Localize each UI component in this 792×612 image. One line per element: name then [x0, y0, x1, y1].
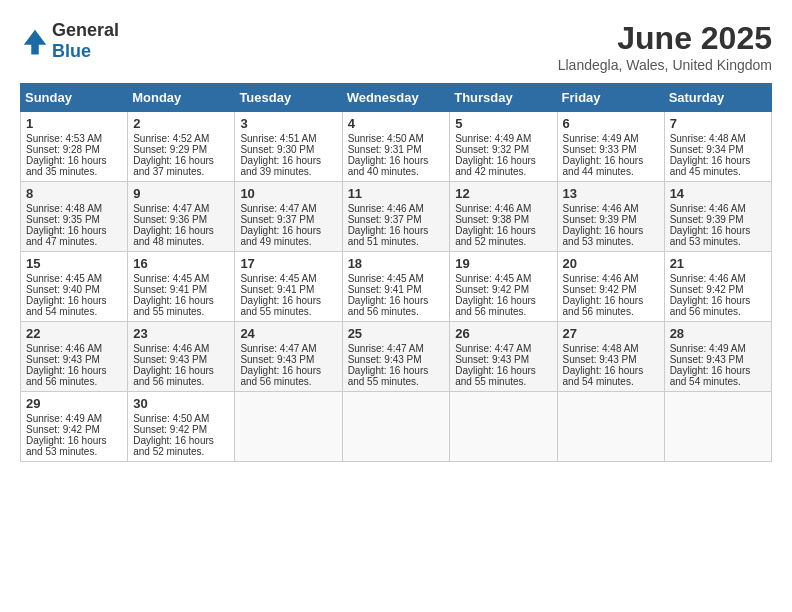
- sunset-label: Sunset: 9:43 PM: [240, 354, 314, 365]
- day-cell-5: 5 Sunrise: 4:49 AM Sunset: 9:32 PM Dayli…: [450, 112, 557, 182]
- sunrise-label: Sunrise: 4:47 AM: [133, 203, 209, 214]
- day-number: 5: [455, 116, 551, 131]
- day-number: 10: [240, 186, 336, 201]
- day-cell-21: 21 Sunrise: 4:46 AM Sunset: 9:42 PM Dayl…: [664, 252, 771, 322]
- sunrise-label: Sunrise: 4:49 AM: [563, 133, 639, 144]
- sunrise-label: Sunrise: 4:48 AM: [563, 343, 639, 354]
- day-cell-7: 7 Sunrise: 4:48 AM Sunset: 9:34 PM Dayli…: [664, 112, 771, 182]
- daylight-label: Daylight: 16 hours and 45 minutes.: [670, 155, 751, 177]
- daylight-label: Daylight: 16 hours and 56 minutes.: [240, 365, 321, 387]
- sunrise-label: Sunrise: 4:46 AM: [670, 203, 746, 214]
- day-number: 2: [133, 116, 229, 131]
- month-title: June 2025: [558, 20, 772, 57]
- sunrise-label: Sunrise: 4:46 AM: [563, 273, 639, 284]
- day-number: 24: [240, 326, 336, 341]
- logo-blue: Blue: [52, 41, 91, 61]
- sunrise-label: Sunrise: 4:51 AM: [240, 133, 316, 144]
- day-cell-13: 13 Sunrise: 4:46 AM Sunset: 9:39 PM Dayl…: [557, 182, 664, 252]
- daylight-label: Daylight: 16 hours and 51 minutes.: [348, 225, 429, 247]
- empty-cell: [557, 392, 664, 462]
- day-cell-24: 24 Sunrise: 4:47 AM Sunset: 9:43 PM Dayl…: [235, 322, 342, 392]
- header-thursday: Thursday: [450, 84, 557, 112]
- empty-cell: [235, 392, 342, 462]
- daylight-label: Daylight: 16 hours and 56 minutes.: [563, 295, 644, 317]
- sunset-label: Sunset: 9:37 PM: [240, 214, 314, 225]
- calendar-table: Sunday Monday Tuesday Wednesday Thursday…: [20, 83, 772, 462]
- sunset-label: Sunset: 9:42 PM: [26, 424, 100, 435]
- day-number: 23: [133, 326, 229, 341]
- sunset-label: Sunset: 9:30 PM: [240, 144, 314, 155]
- daylight-label: Daylight: 16 hours and 56 minutes.: [670, 295, 751, 317]
- header-saturday: Saturday: [664, 84, 771, 112]
- sunrise-label: Sunrise: 4:50 AM: [133, 413, 209, 424]
- daylight-label: Daylight: 16 hours and 56 minutes.: [348, 295, 429, 317]
- day-number: 26: [455, 326, 551, 341]
- header-tuesday: Tuesday: [235, 84, 342, 112]
- weekday-header-row: Sunday Monday Tuesday Wednesday Thursday…: [21, 84, 772, 112]
- sunrise-label: Sunrise: 4:48 AM: [670, 133, 746, 144]
- calendar-week: 8 Sunrise: 4:48 AM Sunset: 9:35 PM Dayli…: [21, 182, 772, 252]
- day-number: 27: [563, 326, 659, 341]
- sunrise-label: Sunrise: 4:45 AM: [133, 273, 209, 284]
- sunset-label: Sunset: 9:40 PM: [26, 284, 100, 295]
- day-cell-18: 18 Sunrise: 4:45 AM Sunset: 9:41 PM Dayl…: [342, 252, 450, 322]
- daylight-label: Daylight: 16 hours and 55 minutes.: [455, 365, 536, 387]
- sunrise-label: Sunrise: 4:49 AM: [26, 413, 102, 424]
- daylight-label: Daylight: 16 hours and 44 minutes.: [563, 155, 644, 177]
- daylight-label: Daylight: 16 hours and 53 minutes.: [26, 435, 107, 457]
- calendar-week: 22 Sunrise: 4:46 AM Sunset: 9:43 PM Dayl…: [21, 322, 772, 392]
- day-cell-30: 30 Sunrise: 4:50 AM Sunset: 9:42 PM Dayl…: [128, 392, 235, 462]
- sunrise-label: Sunrise: 4:46 AM: [455, 203, 531, 214]
- sunset-label: Sunset: 9:39 PM: [670, 214, 744, 225]
- day-number: 18: [348, 256, 445, 271]
- sunrise-label: Sunrise: 4:49 AM: [670, 343, 746, 354]
- day-cell-19: 19 Sunrise: 4:45 AM Sunset: 9:42 PM Dayl…: [450, 252, 557, 322]
- sunset-label: Sunset: 9:29 PM: [133, 144, 207, 155]
- empty-cell: [342, 392, 450, 462]
- day-number: 17: [240, 256, 336, 271]
- day-cell-6: 6 Sunrise: 4:49 AM Sunset: 9:33 PM Dayli…: [557, 112, 664, 182]
- sunset-label: Sunset: 9:42 PM: [455, 284, 529, 295]
- day-cell-16: 16 Sunrise: 4:45 AM Sunset: 9:41 PM Dayl…: [128, 252, 235, 322]
- day-number: 6: [563, 116, 659, 131]
- day-number: 21: [670, 256, 766, 271]
- day-cell-12: 12 Sunrise: 4:46 AM Sunset: 9:38 PM Dayl…: [450, 182, 557, 252]
- day-cell-17: 17 Sunrise: 4:45 AM Sunset: 9:41 PM Dayl…: [235, 252, 342, 322]
- day-number: 20: [563, 256, 659, 271]
- day-number: 8: [26, 186, 122, 201]
- header-wednesday: Wednesday: [342, 84, 450, 112]
- day-cell-25: 25 Sunrise: 4:47 AM Sunset: 9:43 PM Dayl…: [342, 322, 450, 392]
- daylight-label: Daylight: 16 hours and 48 minutes.: [133, 225, 214, 247]
- day-number: 9: [133, 186, 229, 201]
- header-monday: Monday: [128, 84, 235, 112]
- sunset-label: Sunset: 9:35 PM: [26, 214, 100, 225]
- day-number: 12: [455, 186, 551, 201]
- sunset-label: Sunset: 9:43 PM: [670, 354, 744, 365]
- day-number: 13: [563, 186, 659, 201]
- sunset-label: Sunset: 9:43 PM: [133, 354, 207, 365]
- day-cell-11: 11 Sunrise: 4:46 AM Sunset: 9:37 PM Dayl…: [342, 182, 450, 252]
- day-number: 1: [26, 116, 122, 131]
- day-cell-26: 26 Sunrise: 4:47 AM Sunset: 9:43 PM Dayl…: [450, 322, 557, 392]
- sunset-label: Sunset: 9:43 PM: [563, 354, 637, 365]
- sunrise-label: Sunrise: 4:45 AM: [455, 273, 531, 284]
- daylight-label: Daylight: 16 hours and 56 minutes.: [133, 365, 214, 387]
- sunrise-label: Sunrise: 4:47 AM: [455, 343, 531, 354]
- day-cell-22: 22 Sunrise: 4:46 AM Sunset: 9:43 PM Dayl…: [21, 322, 128, 392]
- daylight-label: Daylight: 16 hours and 56 minutes.: [26, 365, 107, 387]
- sunrise-label: Sunrise: 4:46 AM: [563, 203, 639, 214]
- logo-icon: [20, 26, 50, 56]
- day-number: 19: [455, 256, 551, 271]
- daylight-label: Daylight: 16 hours and 55 minutes.: [348, 365, 429, 387]
- day-cell-8: 8 Sunrise: 4:48 AM Sunset: 9:35 PM Dayli…: [21, 182, 128, 252]
- sunrise-label: Sunrise: 4:45 AM: [348, 273, 424, 284]
- sunrise-label: Sunrise: 4:46 AM: [26, 343, 102, 354]
- sunrise-label: Sunrise: 4:46 AM: [348, 203, 424, 214]
- daylight-label: Daylight: 16 hours and 39 minutes.: [240, 155, 321, 177]
- sunset-label: Sunset: 9:41 PM: [133, 284, 207, 295]
- daylight-label: Daylight: 16 hours and 49 minutes.: [240, 225, 321, 247]
- daylight-label: Daylight: 16 hours and 53 minutes.: [563, 225, 644, 247]
- daylight-label: Daylight: 16 hours and 54 minutes.: [26, 295, 107, 317]
- sunset-label: Sunset: 9:43 PM: [348, 354, 422, 365]
- location: Llandegla, Wales, United Kingdom: [558, 57, 772, 73]
